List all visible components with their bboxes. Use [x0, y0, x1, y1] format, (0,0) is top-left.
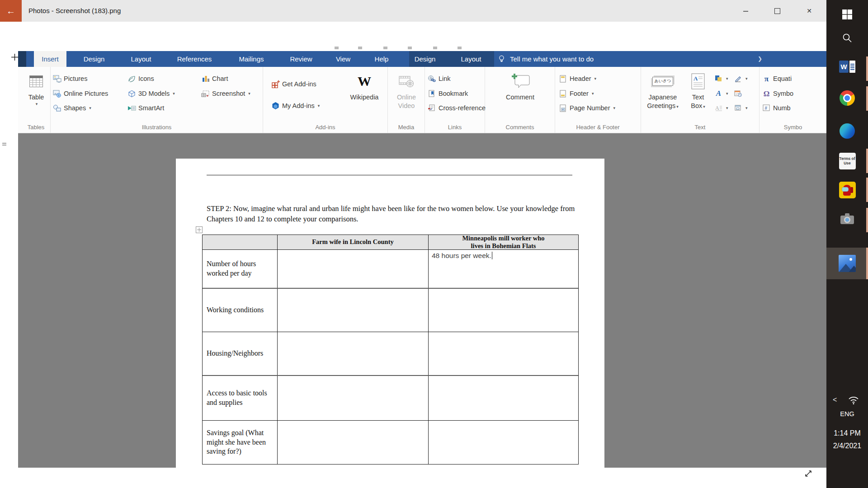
comparison-table: Farm wife in Lincoln County Minneapolis … [202, 235, 579, 465]
3d-models-icon [127, 89, 136, 98]
tab-layout: Layout [131, 51, 151, 67]
taskbar-item-chrome[interactable] [826, 90, 868, 106]
row-label: Access to basic tools and supplies [203, 376, 278, 420]
chart-icon [201, 75, 210, 83]
tab-scroll-arrow-icon: ❯ [758, 51, 762, 67]
camera-icon [840, 213, 854, 225]
chevron-down-icon: ▾ [89, 106, 91, 110]
ribbon-group-comments: Comment Comments [485, 67, 555, 133]
3d-models-button: 3D Models ▾ [127, 88, 175, 99]
photos-titlebar: ← Photos - Screenshot (183).png ✕ [0, 0, 826, 22]
farm-cell [278, 250, 429, 288]
running-indicator [866, 178, 868, 202]
text-box-icon: A [691, 73, 705, 89]
group-label-links: Links [425, 124, 485, 131]
mill-cell [429, 376, 578, 420]
cropped-toolbar-fragment [408, 47, 412, 49]
farm-cell [278, 289, 429, 332]
chevron-down-icon: ▾ [248, 91, 250, 96]
cropped-toolbar-fragment [433, 47, 437, 49]
quick-parts-button: ▾ [714, 73, 728, 84]
photo-viewer-image[interactable]: Insert Design Layout References Mailings… [18, 43, 826, 468]
icons-icon [127, 75, 136, 83]
online-video-icon [399, 75, 414, 88]
search-button[interactable] [826, 33, 868, 43]
pictures-button: Pictures [53, 73, 87, 84]
minimize-button[interactable] [731, 0, 760, 22]
taskbar-item-camera[interactable] [826, 213, 868, 225]
taskbar-item-photos[interactable] [826, 255, 868, 272]
chevron-down-icon: ▾ [318, 103, 320, 108]
number-button: # Numb [762, 103, 791, 113]
japanese-greetings-icon: あいさつ [652, 77, 674, 86]
taskbar-item-edge[interactable] [826, 123, 868, 139]
header-cell-farm: Farm wife in Lincoln County [278, 235, 429, 249]
wordart-button: A ▾ [714, 88, 728, 99]
maximize-button[interactable] [763, 0, 792, 22]
clock-time[interactable]: 1:14 PM [826, 429, 868, 437]
mill-cell [429, 332, 578, 375]
tell-me-box: Tell me what you want to do [510, 51, 594, 67]
equation-icon: π [762, 75, 771, 83]
tray-chevron-button[interactable]: < [833, 396, 837, 404]
language-indicator[interactable]: ENG [826, 410, 868, 418]
tab-tabletools-layout: Layout [461, 51, 481, 67]
japanese-greetings-button: あいさつ Japanese Greetings▾ [641, 70, 684, 110]
taskbar-item-word[interactable]: W [826, 61, 868, 73]
group-label-comments: Comments [485, 124, 555, 131]
farm-cell [278, 376, 429, 420]
taskbar-item-terms-of-use[interactable]: Terms of Use [826, 153, 868, 169]
footer-button: Footer ▾ [559, 88, 594, 99]
signature-line-icon [734, 75, 742, 83]
running-indicator [866, 208, 868, 232]
pictures-icon [53, 75, 61, 83]
header-icon [559, 75, 567, 83]
cropped-toolbar-fragment [358, 47, 362, 49]
header-button: Header ▾ [559, 73, 596, 84]
back-icon: ← [6, 6, 15, 16]
ribbon-group-text: あいさつ Japanese Greetings▾ A Text Box▾ ▾ [641, 67, 760, 133]
symbol-icon: Ω [762, 89, 771, 98]
chevron-down-icon: ▾ [613, 106, 615, 110]
wifi-icon [848, 396, 859, 405]
shapes-button: Shapes ▾ [53, 103, 91, 113]
mill-cell [429, 289, 578, 332]
document-page: STEP 2: Now, imagine what rural and urba… [176, 159, 604, 468]
wifi-button[interactable] [848, 396, 859, 407]
screenshot-button: Screenshot ▾ [201, 88, 250, 99]
cropped-toolbar-fragment [383, 47, 387, 49]
group-label-header-footer: Header & Footer [555, 124, 641, 131]
start-button[interactable] [826, 9, 868, 20]
my-addins-button: My Add-ins ▾ [271, 100, 320, 111]
ribbon-group-addins: Get Add-ins My Add-ins ▾ W Wikipedia Add… [263, 67, 388, 133]
page-number-icon: # [559, 104, 567, 112]
table-row: Working conditions [203, 289, 578, 332]
chevron-down-icon: ▾ [594, 76, 597, 81]
running-indicator [866, 248, 868, 279]
word-ribbon: Table ▾ Tables Pictures [18, 67, 826, 133]
online-pictures-icon [53, 89, 61, 98]
equation-button: π Equati [762, 73, 792, 84]
tab-view: View [336, 51, 350, 67]
group-label-media: Media [388, 124, 425, 131]
row-label: Number of hours worked per day [203, 250, 278, 288]
tab-review: Review [290, 51, 312, 67]
online-pictures-button: Online Pictures [53, 88, 108, 99]
link-button: Link [428, 73, 451, 84]
cross-reference-button: Cross-reference [428, 103, 486, 113]
typed-answer: 48 hours per week. [432, 252, 491, 259]
back-button[interactable]: ← [0, 0, 22, 22]
table-row: Number of hours worked per day 48 hours … [203, 250, 578, 289]
clock-date[interactable]: 2/4/2021 [826, 442, 868, 450]
signature-line-button: ▾ [734, 73, 748, 84]
close-button[interactable]: ✕ [795, 0, 824, 22]
ribbon-group-tables: Table ▾ Tables [22, 67, 51, 133]
table-button: Table ▾ [22, 70, 51, 107]
tab-insert: Insert [34, 51, 66, 67]
maximize-icon [774, 8, 780, 14]
mill-cell: 48 hours per week. [429, 250, 578, 288]
expand-button[interactable] [803, 469, 813, 479]
taskbar-item-among-us[interactable] [826, 182, 868, 198]
document-instructions: STEP 2: Now, imagine what rural and urba… [207, 203, 578, 224]
chevron-down-icon: ▾ [676, 104, 679, 109]
